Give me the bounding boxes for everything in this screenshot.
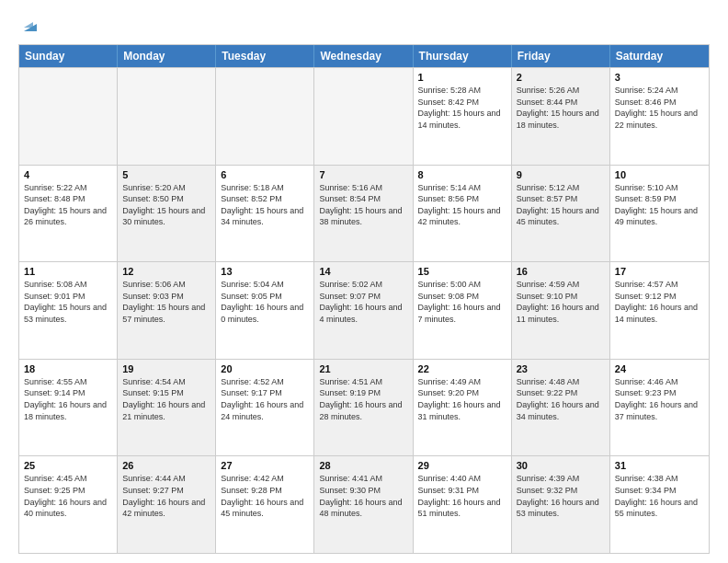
day-number: 9 xyxy=(517,169,605,180)
day-info: Sunrise: 5:20 AM Sunset: 8:50 PM Dayligh… xyxy=(122,182,210,228)
day-info: Sunrise: 4:40 AM Sunset: 9:31 PM Dayligh… xyxy=(418,473,506,519)
day-info: Sunrise: 5:26 AM Sunset: 8:44 PM Dayligh… xyxy=(517,85,605,131)
day-info: Sunrise: 5:04 AM Sunset: 9:05 PM Dayligh… xyxy=(221,279,309,325)
empty-cell-0-2 xyxy=(216,68,314,165)
calendar: SundayMondayTuesdayWednesdayThursdayFrid… xyxy=(18,44,710,554)
day-info: Sunrise: 5:00 AM Sunset: 9:08 PM Dayligh… xyxy=(418,279,506,325)
calendar-row-5: 25Sunrise: 4:45 AM Sunset: 9:25 PM Dayli… xyxy=(19,455,709,553)
day-cell-5: 5Sunrise: 5:20 AM Sunset: 8:50 PM Daylig… xyxy=(118,166,216,262)
day-number: 20 xyxy=(221,363,309,374)
empty-cell-0-0 xyxy=(19,68,118,165)
day-info: Sunrise: 5:24 AM Sunset: 8:46 PM Dayligh… xyxy=(615,85,704,131)
day-cell-17: 17Sunrise: 4:57 AM Sunset: 9:12 PM Dayli… xyxy=(610,262,709,359)
day-number: 21 xyxy=(319,363,407,374)
day-cell-15: 15Sunrise: 5:00 AM Sunset: 9:08 PM Dayli… xyxy=(414,262,512,359)
day-info: Sunrise: 4:48 AM Sunset: 9:22 PM Dayligh… xyxy=(517,376,605,422)
header-day-sunday: Sunday xyxy=(19,45,118,67)
day-number: 1 xyxy=(418,72,506,83)
day-cell-30: 30Sunrise: 4:39 AM Sunset: 9:32 PM Dayli… xyxy=(512,456,610,553)
day-cell-27: 27Sunrise: 4:42 AM Sunset: 9:28 PM Dayli… xyxy=(216,456,314,553)
day-number: 25 xyxy=(24,460,112,471)
day-number: 16 xyxy=(517,266,605,277)
day-cell-11: 11Sunrise: 5:08 AM Sunset: 9:01 PM Dayli… xyxy=(19,262,118,359)
day-info: Sunrise: 5:08 AM Sunset: 9:01 PM Dayligh… xyxy=(24,279,112,325)
day-cell-25: 25Sunrise: 4:45 AM Sunset: 9:25 PM Dayli… xyxy=(19,456,118,553)
day-number: 7 xyxy=(319,169,407,180)
day-cell-21: 21Sunrise: 4:51 AM Sunset: 9:19 PM Dayli… xyxy=(314,360,413,456)
day-info: Sunrise: 4:55 AM Sunset: 9:14 PM Dayligh… xyxy=(24,376,112,422)
day-number: 6 xyxy=(221,169,309,180)
day-number: 24 xyxy=(615,363,704,374)
day-cell-31: 31Sunrise: 4:38 AM Sunset: 9:34 PM Dayli… xyxy=(610,456,709,553)
day-cell-10: 10Sunrise: 5:10 AM Sunset: 8:59 PM Dayli… xyxy=(610,166,709,262)
day-cell-12: 12Sunrise: 5:06 AM Sunset: 9:03 PM Dayli… xyxy=(118,262,216,359)
day-info: Sunrise: 4:44 AM Sunset: 9:27 PM Dayligh… xyxy=(122,473,210,519)
day-cell-18: 18Sunrise: 4:55 AM Sunset: 9:14 PM Dayli… xyxy=(19,360,118,456)
day-number: 2 xyxy=(517,72,605,83)
day-cell-23: 23Sunrise: 4:48 AM Sunset: 9:22 PM Dayli… xyxy=(512,360,610,456)
day-cell-1: 1Sunrise: 5:28 AM Sunset: 8:42 PM Daylig… xyxy=(414,68,512,165)
day-number: 19 xyxy=(122,363,210,374)
day-number: 8 xyxy=(418,169,506,180)
header-day-thursday: Thursday xyxy=(414,45,512,67)
day-cell-28: 28Sunrise: 4:41 AM Sunset: 9:30 PM Dayli… xyxy=(314,456,413,553)
day-number: 4 xyxy=(24,169,112,180)
header xyxy=(18,15,710,35)
day-info: Sunrise: 5:18 AM Sunset: 8:52 PM Dayligh… xyxy=(221,182,309,228)
logo xyxy=(18,15,40,35)
day-info: Sunrise: 4:51 AM Sunset: 9:19 PM Dayligh… xyxy=(319,376,407,422)
day-number: 22 xyxy=(418,363,506,374)
day-cell-7: 7Sunrise: 5:16 AM Sunset: 8:54 PM Daylig… xyxy=(314,166,413,262)
day-info: Sunrise: 5:12 AM Sunset: 8:57 PM Dayligh… xyxy=(517,182,605,228)
day-info: Sunrise: 4:45 AM Sunset: 9:25 PM Dayligh… xyxy=(24,473,112,519)
day-number: 12 xyxy=(122,266,210,277)
day-number: 31 xyxy=(615,460,704,471)
day-number: 10 xyxy=(615,169,704,180)
day-info: Sunrise: 4:57 AM Sunset: 9:12 PM Dayligh… xyxy=(615,279,704,325)
day-info: Sunrise: 4:46 AM Sunset: 9:23 PM Dayligh… xyxy=(615,376,704,422)
day-cell-26: 26Sunrise: 4:44 AM Sunset: 9:27 PM Dayli… xyxy=(118,456,216,553)
page: SundayMondayTuesdayWednesdayThursdayFrid… xyxy=(0,0,728,563)
calendar-header: SundayMondayTuesdayWednesdayThursdayFrid… xyxy=(19,45,709,67)
day-cell-13: 13Sunrise: 5:04 AM Sunset: 9:05 PM Dayli… xyxy=(216,262,314,359)
header-day-wednesday: Wednesday xyxy=(314,45,413,67)
day-info: Sunrise: 4:42 AM Sunset: 9:28 PM Dayligh… xyxy=(221,473,309,519)
svg-marker-1 xyxy=(24,22,33,28)
calendar-row-2: 4Sunrise: 5:22 AM Sunset: 8:48 PM Daylig… xyxy=(19,165,709,262)
day-info: Sunrise: 4:54 AM Sunset: 9:15 PM Dayligh… xyxy=(122,376,210,422)
day-cell-16: 16Sunrise: 4:59 AM Sunset: 9:10 PM Dayli… xyxy=(512,262,610,359)
day-cell-9: 9Sunrise: 5:12 AM Sunset: 8:57 PM Daylig… xyxy=(512,166,610,262)
day-cell-19: 19Sunrise: 4:54 AM Sunset: 9:15 PM Dayli… xyxy=(118,360,216,456)
day-cell-29: 29Sunrise: 4:40 AM Sunset: 9:31 PM Dayli… xyxy=(414,456,512,553)
day-cell-3: 3Sunrise: 5:24 AM Sunset: 8:46 PM Daylig… xyxy=(610,68,709,165)
day-info: Sunrise: 5:06 AM Sunset: 9:03 PM Dayligh… xyxy=(122,279,210,325)
day-info: Sunrise: 4:52 AM Sunset: 9:17 PM Dayligh… xyxy=(221,376,309,422)
day-cell-22: 22Sunrise: 4:49 AM Sunset: 9:20 PM Dayli… xyxy=(414,360,512,456)
day-info: Sunrise: 4:39 AM Sunset: 9:32 PM Dayligh… xyxy=(517,473,605,519)
day-number: 3 xyxy=(615,72,704,83)
day-cell-6: 6Sunrise: 5:18 AM Sunset: 8:52 PM Daylig… xyxy=(216,166,314,262)
day-number: 17 xyxy=(615,266,704,277)
day-info: Sunrise: 4:59 AM Sunset: 9:10 PM Dayligh… xyxy=(517,279,605,325)
day-number: 30 xyxy=(517,460,605,471)
day-info: Sunrise: 5:28 AM Sunset: 8:42 PM Dayligh… xyxy=(418,85,506,131)
day-info: Sunrise: 4:49 AM Sunset: 9:20 PM Dayligh… xyxy=(418,376,506,422)
day-number: 23 xyxy=(517,363,605,374)
day-info: Sunrise: 4:41 AM Sunset: 9:30 PM Dayligh… xyxy=(319,473,407,519)
logo-icon xyxy=(20,15,40,35)
empty-cell-0-3 xyxy=(314,68,413,165)
header-day-monday: Monday xyxy=(118,45,216,67)
day-info: Sunrise: 5:16 AM Sunset: 8:54 PM Dayligh… xyxy=(319,182,407,228)
empty-cell-0-1 xyxy=(118,68,216,165)
day-number: 29 xyxy=(418,460,506,471)
header-day-tuesday: Tuesday xyxy=(216,45,314,67)
day-number: 15 xyxy=(418,266,506,277)
day-number: 26 xyxy=(122,460,210,471)
day-cell-14: 14Sunrise: 5:02 AM Sunset: 9:07 PM Dayli… xyxy=(314,262,413,359)
day-info: Sunrise: 5:10 AM Sunset: 8:59 PM Dayligh… xyxy=(615,182,704,228)
calendar-row-4: 18Sunrise: 4:55 AM Sunset: 9:14 PM Dayli… xyxy=(19,359,709,456)
day-number: 11 xyxy=(24,266,112,277)
day-cell-2: 2Sunrise: 5:26 AM Sunset: 8:44 PM Daylig… xyxy=(512,68,610,165)
day-info: Sunrise: 5:22 AM Sunset: 8:48 PM Dayligh… xyxy=(24,182,112,228)
day-number: 13 xyxy=(221,266,309,277)
